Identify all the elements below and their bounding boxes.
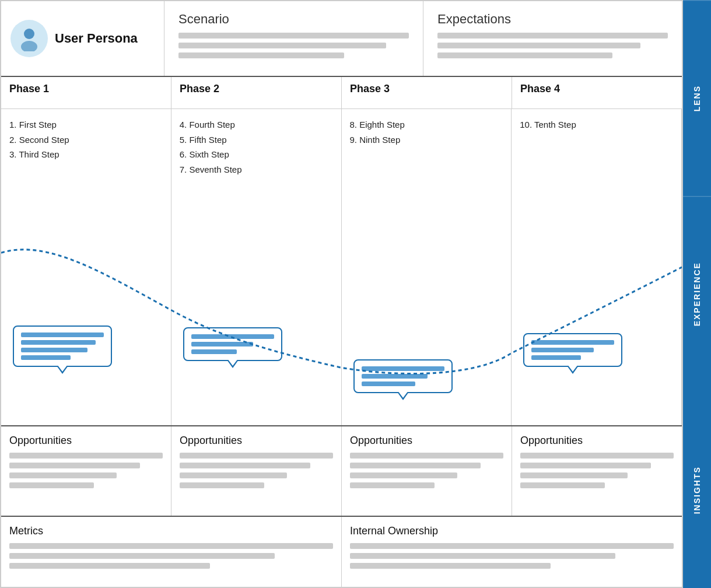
internal-ownership-lines xyxy=(350,543,674,569)
opp-col-3: Opportunities xyxy=(342,426,512,516)
experience-col-1: 1. First Step 2. Second Step 3. Third St… xyxy=(1,109,171,425)
steps-list-4: 10. Tenth Step xyxy=(520,117,673,132)
step-item: 10. Tenth Step xyxy=(520,117,673,132)
avatar xyxy=(10,20,48,57)
expectations-block: Expectations xyxy=(423,1,682,76)
opp-heading-2: Opportunities xyxy=(180,435,333,447)
scenario-heading: Scenario xyxy=(178,12,409,27)
phase-3-header: Phase 3 xyxy=(342,77,512,108)
experience-col-4: 10. Tenth Step xyxy=(512,109,682,425)
opp-col-2: Opportunities xyxy=(171,426,342,516)
svg-point-0 xyxy=(24,29,34,39)
step-item: 2. Second Step xyxy=(9,132,163,148)
phase-2-header: Phase 2 xyxy=(171,77,342,108)
experience-col-3: 8. Eighth Step 9. Ninth Step xyxy=(342,109,512,425)
expectations-lines xyxy=(437,33,668,58)
opp-heading-4: Opportunities xyxy=(520,435,674,447)
gray-line xyxy=(178,33,409,38)
steps-list-3: 8. Eighth Step 9. Ninth Step xyxy=(350,117,503,147)
metrics-col: Metrics xyxy=(1,517,342,587)
gray-line xyxy=(178,52,344,58)
outer-wrapper: User Persona Scenario Expectations xyxy=(0,0,711,588)
steps-list-1: 1. First Step 2. Second Step 3. Third St… xyxy=(9,117,163,162)
metrics-heading: Metrics xyxy=(9,525,333,537)
lens-section: User Persona Scenario Expectations xyxy=(1,1,682,77)
bottom-section: Metrics Internal Ownership xyxy=(1,517,682,587)
internal-ownership-heading: Internal Ownership xyxy=(350,525,674,537)
right-sidebar: LENS EXPERIENCE INSIGHTS xyxy=(683,0,711,588)
opportunities-section: Opportunities Opportunities Oppo xyxy=(1,426,682,517)
step-item: 5. Fifth Step xyxy=(180,132,333,148)
sidebar-experience-label: EXPERIENCE xyxy=(683,196,711,392)
steps-list-2: 4. Fourth Step 5. Fifth Step 6. Sixth St… xyxy=(180,117,333,177)
gray-line xyxy=(178,43,386,48)
opp-lines-2 xyxy=(180,453,333,488)
step-item: 3. Third Step xyxy=(9,147,163,162)
experience-section: 1. First Step 2. Second Step 3. Third St… xyxy=(1,109,682,426)
main-content: User Persona Scenario Expectations xyxy=(0,0,683,588)
sidebar-lens-label: LENS xyxy=(683,0,711,196)
user-persona-block: User Persona xyxy=(1,1,164,76)
internal-ownership-col: Internal Ownership xyxy=(342,517,682,587)
opp-heading-3: Opportunities xyxy=(350,435,503,447)
opp-heading-1: Opportunities xyxy=(9,435,163,447)
opp-col-1: Opportunities xyxy=(1,426,171,516)
step-item: 7. Seventh Step xyxy=(180,162,333,177)
chat-bubble-4 xyxy=(523,333,622,367)
chat-bubble-1 xyxy=(13,326,112,367)
chat-bubble-3 xyxy=(353,359,453,393)
opp-lines-3 xyxy=(350,453,503,488)
gray-line xyxy=(437,43,640,48)
opp-lines-4 xyxy=(520,453,674,488)
chat-bubble-2 xyxy=(183,327,282,361)
persona-title: User Persona xyxy=(55,31,138,46)
gray-line xyxy=(437,52,612,58)
svg-point-1 xyxy=(21,41,37,51)
scenario-block: Scenario xyxy=(164,1,423,76)
step-item: 1. First Step xyxy=(9,117,163,132)
step-item: 8. Eighth Step xyxy=(350,117,503,132)
step-item: 4. Fourth Step xyxy=(180,117,333,132)
sidebar-insights-label: INSIGHTS xyxy=(683,393,711,588)
opp-col-4: Opportunities xyxy=(512,426,682,516)
phase-header-row: Phase 1 Phase 2 Phase 3 Phase 4 xyxy=(1,77,682,109)
step-item: 9. Ninth Step xyxy=(350,132,503,148)
expectations-heading: Expectations xyxy=(437,12,668,27)
opp-lines-1 xyxy=(9,453,163,488)
phase-1-header: Phase 1 xyxy=(1,77,171,108)
step-item: 6. Sixth Step xyxy=(180,147,333,162)
phase-4-header: Phase 4 xyxy=(512,77,682,108)
metrics-lines xyxy=(9,543,333,569)
experience-col-2: 4. Fourth Step 5. Fifth Step 6. Sixth St… xyxy=(171,109,342,425)
gray-line xyxy=(437,33,668,38)
scenario-lines xyxy=(178,33,409,58)
